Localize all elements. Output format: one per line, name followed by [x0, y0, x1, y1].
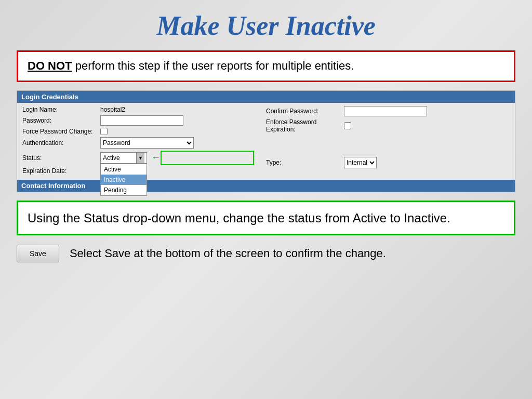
save-button[interactable]: Save: [17, 245, 59, 262]
force-password-label: Force Password Change:: [22, 128, 100, 135]
status-row: Status: Active ▼ Active Inactive Pending: [22, 151, 266, 165]
status-label: Status:: [22, 154, 100, 162]
do-not-text: DO NOT: [28, 59, 72, 72]
form-col-right: Confirm Password: Enforce Password Expir…: [266, 106, 510, 177]
panel-body: Login Name: hospital2 Password: Force Pa…: [17, 103, 515, 180]
login-name-label: Login Name:: [22, 106, 100, 113]
force-password-row: Force Password Change:: [22, 128, 266, 135]
authentication-row: Authentication: Password: [22, 137, 266, 149]
save-instruction: Select Save at the bottom of the screen …: [70, 246, 386, 262]
warning-box: DO NOT perform this step if the user rep…: [17, 50, 515, 82]
status-option-inactive[interactable]: Inactive: [101, 175, 147, 185]
login-credentials-panel: Login Credentials Login Name: hospital2 …: [17, 90, 515, 192]
warning-text: DO NOT perform this step if the user rep…: [28, 58, 504, 74]
type-select[interactable]: Internal: [344, 157, 377, 168]
password-input[interactable]: [100, 115, 183, 126]
status-option-active[interactable]: Active: [101, 164, 147, 175]
force-password-checkbox[interactable]: [100, 128, 108, 135]
login-name-row: Login Name: hospital2: [22, 106, 266, 113]
status-current-value: Active: [103, 154, 136, 162]
arrow-left-icon: ←: [151, 152, 161, 163]
panel-header-contact: Contact Information: [17, 180, 515, 192]
panel-header-login: Login Credentials: [17, 91, 515, 103]
confirm-password-input[interactable]: [344, 106, 427, 116]
instruction-text: Using the Status drop-down menu, change …: [28, 209, 504, 227]
save-section: Save Select Save at the bottom of the sc…: [17, 245, 515, 262]
page-title: Make User Inactive: [156, 10, 376, 41]
type-row: Type: Internal: [266, 157, 510, 168]
authentication-select[interactable]: Password: [100, 137, 194, 149]
confirm-password-row: Confirm Password:: [266, 106, 510, 116]
green-box-annotation: [161, 151, 254, 165]
instruction-box: Using the Status drop-down menu, change …: [17, 201, 515, 236]
password-label: Password:: [22, 117, 100, 124]
form-col-left: Login Name: hospital2 Password: Force Pa…: [22, 106, 266, 177]
dropdown-arrow-icon: ▼: [136, 153, 144, 163]
enforce-expiration-row: Enforce Password Expiration:: [266, 118, 510, 133]
status-dropdown-wrapper[interactable]: Active ▼ Active Inactive Pending: [100, 152, 147, 164]
status-select-display[interactable]: Active ▼: [100, 152, 147, 164]
type-label: Type:: [266, 159, 344, 166]
password-row: Password:: [22, 115, 266, 126]
expiration-date-label: Expiration Date:: [22, 167, 100, 175]
authentication-label: Authentication:: [22, 139, 100, 147]
status-option-pending[interactable]: Pending: [101, 185, 147, 195]
form-two-cols: Login Name: hospital2 Password: Force Pa…: [22, 106, 510, 177]
status-dropdown-menu: Active Inactive Pending: [100, 164, 147, 196]
login-name-value: hospital2: [100, 106, 125, 113]
enforce-expiration-checkbox[interactable]: [344, 122, 351, 129]
confirm-password-label: Confirm Password:: [266, 108, 344, 115]
enforce-expiration-label: Enforce Password Expiration:: [266, 118, 344, 133]
